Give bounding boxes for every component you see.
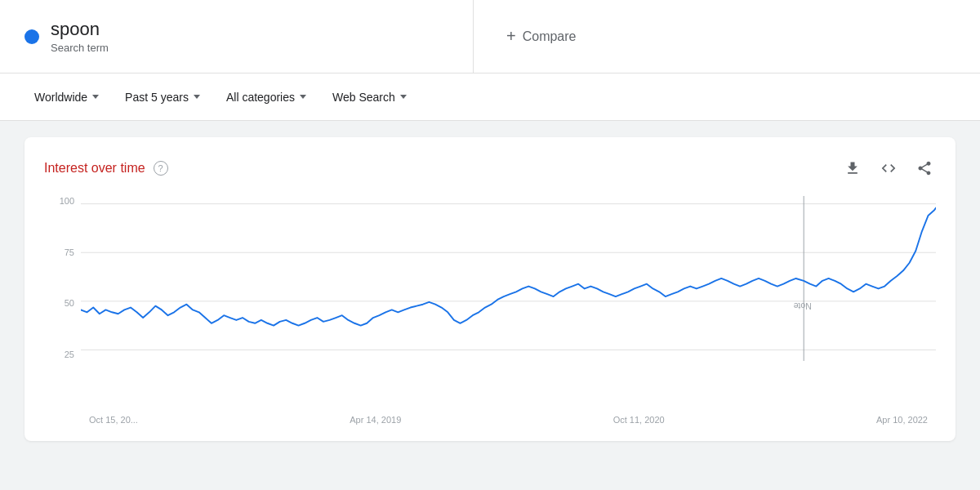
compare-section: + Compare (474, 0, 980, 73)
location-filter[interactable]: Worldwide (24, 84, 109, 110)
y-label-25: 25 (44, 350, 81, 359)
search-term-section: spoon Search term (0, 0, 474, 73)
chart-container: 100 75 50 25 Note (44, 196, 936, 425)
search-type-chevron-icon (400, 95, 407, 99)
card-header: Interest over time ? (44, 157, 936, 180)
compare-plus-icon: + (506, 27, 516, 46)
location-label: Worldwide (34, 91, 87, 104)
help-icon[interactable]: ? (154, 161, 168, 176)
card-actions (841, 157, 936, 180)
search-term-dot (24, 29, 39, 44)
download-icon[interactable] (841, 157, 864, 180)
card-title-area: Interest over time ? (44, 161, 168, 176)
y-axis-labels: 100 75 50 25 (44, 196, 81, 400)
categories-filter[interactable]: All categories (216, 84, 316, 110)
location-chevron-icon (92, 95, 99, 99)
y-label-75: 75 (44, 247, 81, 257)
x-label-1: Oct 15, 20... (89, 415, 138, 425)
term-text: spoon Search term (51, 19, 109, 54)
x-axis-labels: Oct 15, 20... Apr 14, 2019 Oct 11, 2020 … (81, 415, 936, 425)
y-label-100: 100 (44, 196, 81, 206)
time-range-filter[interactable]: Past 5 years (115, 84, 210, 110)
compare-button[interactable]: + Compare (506, 27, 577, 46)
term-name: spoon (51, 19, 109, 40)
compare-label: Compare (523, 29, 577, 44)
search-type-filter[interactable]: Web Search (323, 84, 416, 110)
main-content: Interest over time ? (0, 121, 980, 457)
categories-label: All categories (226, 91, 295, 104)
x-label-3: Oct 11, 2020 (613, 415, 665, 425)
share-icon[interactable] (913, 157, 936, 180)
embed-icon[interactable] (877, 157, 900, 180)
time-range-chevron-icon (194, 95, 200, 99)
y-label-50: 50 (44, 298, 81, 308)
term-label: Search term (51, 42, 109, 54)
filters-bar: Worldwide Past 5 years All categories We… (0, 74, 980, 121)
interest-over-time-card: Interest over time ? (24, 137, 956, 441)
time-range-label: Past 5 years (125, 91, 189, 104)
search-type-label: Web Search (332, 91, 395, 104)
x-label-2: Apr 14, 2019 (350, 415, 401, 425)
svg-text:Note: Note (793, 301, 811, 311)
categories-chevron-icon (300, 95, 306, 99)
x-label-4: Apr 10, 2022 (876, 415, 928, 425)
top-bar: spoon Search term + Compare (0, 0, 980, 74)
chart-svg: Note (44, 196, 936, 425)
card-title: Interest over time (44, 161, 145, 176)
